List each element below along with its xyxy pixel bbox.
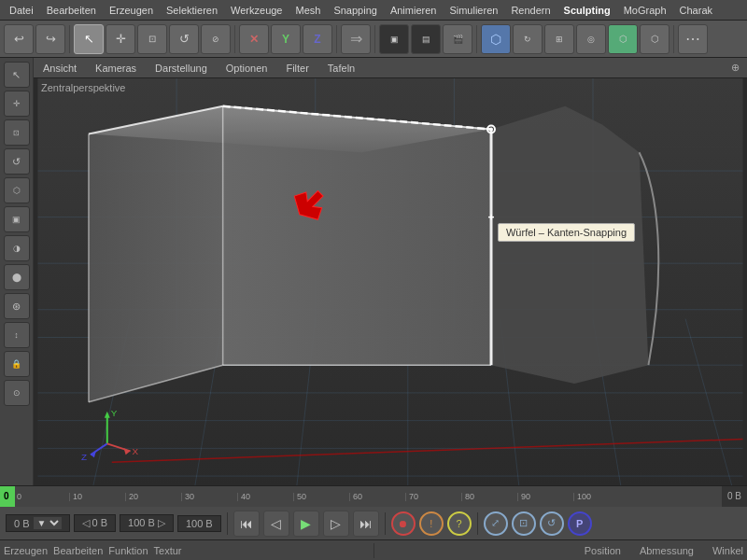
- tick-90: 90: [517, 486, 530, 507]
- timeline-track[interactable]: 0 10 20 30 40 50 60 70 80 90 100: [13, 486, 722, 507]
- menu-mesh[interactable]: Mesh: [289, 3, 326, 18]
- toolbar-sep-4: [374, 25, 375, 53]
- bottom-textur[interactable]: Textur: [154, 545, 182, 556]
- menu-snapping[interactable]: Snapping: [328, 3, 383, 18]
- toolbar-redo[interactable]: ↪: [35, 24, 65, 54]
- transport-play[interactable]: ▶: [293, 511, 319, 537]
- bottom-left-section: Erzeugen Bearbeiten Funktion Textur: [4, 545, 366, 556]
- transport-goto-start[interactable]: ⏮: [233, 511, 260, 537]
- toolbar-scale[interactable]: ⊡: [137, 24, 167, 54]
- bottom-abmessung: Abmessung: [640, 545, 694, 556]
- transport-record[interactable]: ⏺: [391, 511, 416, 536]
- toolbar-geo4[interactable]: ⬡: [640, 24, 669, 54]
- vp-optionen[interactable]: Optionen: [220, 61, 274, 76]
- bottom-erzeugen[interactable]: Erzeugen: [4, 545, 48, 556]
- transport-p[interactable]: P: [568, 511, 592, 536]
- toolbar-move[interactable]: ✛: [106, 24, 135, 54]
- transport-rotate-tool[interactable]: ↺: [540, 511, 564, 536]
- toolbar-film3[interactable]: 🎬: [443, 24, 472, 54]
- bottom-bar: Erzeugen Bearbeiten Funktion Textur Posi…: [0, 539, 747, 560]
- timeline-cursor[interactable]: [13, 486, 15, 507]
- content-area: ↖ ✛ ⊡ ↺ ⬡ ▣ ◑ ⬤ ⊛ ↕ 🔒 ⊙ Ansicht Kameras …: [0, 58, 747, 485]
- transport-sep-2: [385, 512, 386, 535]
- menu-sculpting[interactable]: Sculpting: [558, 3, 616, 18]
- toolbar-rotate[interactable]: ↺: [169, 24, 199, 54]
- toolbar-z[interactable]: Z: [303, 24, 332, 54]
- vp-ansicht[interactable]: Ansicht: [37, 61, 82, 76]
- snap-tooltip: Würfel – Kanten-Snapping: [498, 223, 635, 242]
- toolbar: ↩ ↪ ↖ ✛ ⊡ ↺ ⊘ ✕ Y Z ⇒ ▣ ▤ 🎬 ⬡ ↻ ⊞ ◎ ⬡ ⬡ …: [0, 21, 747, 58]
- vp-filter[interactable]: Filter: [280, 61, 314, 76]
- menu-charak[interactable]: Charak: [674, 3, 718, 18]
- transport-sep-3: [477, 512, 478, 535]
- vp-darstellung[interactable]: Darstellung: [149, 61, 213, 76]
- toolbar-film1[interactable]: ▣: [379, 24, 409, 54]
- menu-rendern[interactable]: Rendern: [505, 3, 556, 18]
- timeline-start-marker: 0: [0, 486, 13, 507]
- toolbar-more[interactable]: ⋯: [678, 24, 708, 54]
- toolbar-x[interactable]: ✕: [239, 24, 269, 54]
- toolbar-sphere[interactable]: ↻: [513, 24, 543, 54]
- sidebar-poly[interactable]: ⬡: [4, 177, 30, 203]
- sidebar-eye[interactable]: ⊙: [4, 380, 30, 406]
- menu-selektieren[interactable]: Selektieren: [161, 3, 223, 18]
- transport-sep-1: [227, 512, 228, 535]
- scene-svg: Y Z X: [34, 78, 747, 485]
- menu-animieren[interactable]: Animieren: [385, 3, 443, 18]
- toolbar-arrow[interactable]: ⇒: [341, 24, 371, 54]
- transport-field2[interactable]: 100 B ▷: [120, 514, 174, 532]
- sidebar-cursor[interactable]: ↖: [4, 62, 30, 88]
- bottom-winkel: Winkel: [712, 545, 743, 556]
- sidebar-move[interactable]: ✛: [4, 91, 30, 117]
- transport-field3[interactable]: 100 B: [177, 515, 221, 532]
- vp-kameras[interactable]: Kameras: [90, 61, 142, 76]
- toolbar-y[interactable]: Y: [271, 24, 301, 54]
- toolbar-sep-1: [69, 25, 70, 53]
- sidebar-lock[interactable]: 🔒: [4, 351, 30, 377]
- toolbar-sep-3: [336, 25, 337, 53]
- transport-grid[interactable]: ⊡: [512, 511, 536, 536]
- menu-simulieren[interactable]: Simulieren: [444, 3, 503, 18]
- tick-10: 10: [69, 486, 82, 507]
- menu-werkzeuge[interactable]: Werkzeuge: [225, 3, 288, 18]
- bottom-right-section: Position Abmessung Winkel: [382, 545, 744, 556]
- sidebar-sphere[interactable]: ◑: [4, 235, 30, 261]
- menu-datei[interactable]: Datei: [4, 3, 39, 18]
- toolbar-transform[interactable]: ⊘: [201, 24, 231, 54]
- transport-help[interactable]: ?: [447, 511, 472, 536]
- menu-mograph[interactable]: MoGraph: [618, 3, 672, 18]
- vp-settings-button[interactable]: ⊕: [727, 60, 743, 76]
- sidebar-measure[interactable]: ↕: [4, 322, 30, 348]
- toolbar-geo2[interactable]: ◎: [576, 24, 606, 54]
- transport-field1[interactable]: ◁ 0 B: [74, 514, 117, 532]
- menu-bar: Datei Bearbeiten Erzeugen Selektieren We…: [0, 0, 747, 21]
- sidebar-scale[interactable]: ⊡: [4, 119, 30, 146]
- viewport-3d[interactable]: Zentralperspektive Würfel – Kanten-Snapp…: [34, 78, 747, 485]
- transport-move-tool[interactable]: ⤢: [484, 511, 508, 536]
- bottom-funktion[interactable]: Funktion: [108, 545, 148, 556]
- timeline-bar: 0 0 10 20 30 40 50 60 70 80 90 100 0 B: [0, 485, 747, 506]
- menu-bearbeiten[interactable]: Bearbeiten: [41, 3, 102, 18]
- toolbar-geo1[interactable]: ⊞: [544, 24, 574, 54]
- transport-next-frame[interactable]: ▷: [323, 511, 349, 537]
- transport-warning[interactable]: !: [419, 511, 444, 536]
- toolbar-box[interactable]: ⬡: [481, 24, 511, 54]
- menu-erzeugen[interactable]: Erzeugen: [104, 3, 159, 18]
- bottom-bearbeiten[interactable]: Bearbeiten: [53, 545, 103, 556]
- tick-70: 70: [405, 486, 418, 507]
- sidebar-box[interactable]: ▣: [4, 206, 30, 232]
- toolbar-geo3[interactable]: ⬡: [608, 24, 638, 54]
- memory-select[interactable]: ▼: [34, 517, 62, 529]
- transport-goto-end[interactable]: ⏭: [353, 511, 379, 537]
- svg-text:Z: Z: [81, 452, 87, 462]
- sidebar-rotate[interactable]: ↺: [4, 148, 30, 175]
- transport-prev-frame[interactable]: ◁: [263, 511, 289, 537]
- vp-tafeln[interactable]: Tafeln: [322, 61, 360, 76]
- toolbar-undo[interactable]: ↩: [4, 24, 34, 54]
- toolbar-select[interactable]: ↖: [74, 24, 104, 54]
- svg-text:Y: Y: [111, 408, 118, 418]
- tick-80: 80: [461, 486, 474, 507]
- sidebar-light[interactable]: ⬤: [4, 264, 30, 290]
- toolbar-film2[interactable]: ▤: [411, 24, 441, 54]
- sidebar-magnet[interactable]: ⊛: [4, 293, 30, 319]
